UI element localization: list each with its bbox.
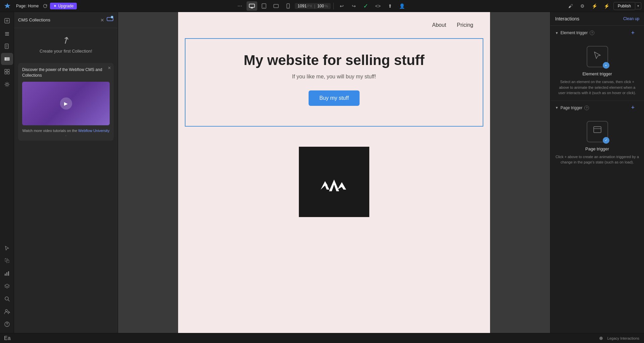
page-trigger-add-button[interactable]: + — [631, 104, 635, 111]
sidebar-icon-help[interactable] — [1, 318, 13, 330]
page-reload-icon[interactable] — [43, 4, 47, 8]
svg-rect-12 — [5, 33, 9, 34]
separator — [333, 3, 334, 9]
top-bar-right: 🖌 ⚙ ⚡ ⚡ Publish ▾ — [562, 1, 644, 11]
code-view-btn[interactable]: <> — [373, 1, 383, 11]
left-sidebar — [0, 12, 14, 333]
cms-panel-header: CMS Collections ✕ — [14, 12, 118, 28]
redo-btn[interactable]: ↪ — [348, 1, 359, 11]
cms-promo-link-suffix: . — [65, 133, 66, 137]
top-toolbar: Page: Home ✦ Upgrade ⋯ 1091 PX | 10 — [0, 0, 644, 12]
cms-promo-close-button[interactable]: ✕ — [108, 66, 111, 70]
svg-rect-24 — [5, 72, 7, 74]
sidebar-icon-select[interactable] — [1, 242, 13, 254]
bottom-bar: Ea Legacy Interactions — [0, 333, 644, 343]
cms-empty-state: ↗ Create your first Collection! — [14, 28, 118, 60]
website-preview: About Pricing My website for selling stu… — [178, 12, 490, 333]
upgrade-button[interactable]: ✦ Upgrade — [50, 3, 77, 9]
landscape-view-btn[interactable] — [271, 1, 281, 11]
clean-up-button[interactable]: Clean up — [623, 16, 639, 21]
svg-marker-47 — [342, 182, 346, 190]
mobile-view-btn[interactable] — [283, 1, 293, 11]
logo-box — [299, 147, 369, 217]
save-status-btn[interactable]: ✓ — [361, 1, 371, 11]
svg-rect-30 — [6, 272, 7, 276]
nav-link-pricing[interactable]: Pricing — [457, 22, 473, 28]
collab-btn[interactable]: 👤 — [397, 1, 408, 11]
undo-btn[interactable]: ↩ — [336, 1, 347, 11]
element-trigger-header: ▼ Element trigger ? + — [555, 30, 639, 35]
cms-promo-video[interactable]: ▶ — [22, 82, 110, 125]
upgrade-label: Upgrade — [58, 4, 73, 8]
sidebar-icon-search[interactable] — [1, 293, 13, 305]
interactions-panel: Interactions Clean up ▼ Element trigger … — [550, 12, 644, 333]
toolbar-center: ⋯ 1091 PX | 100 % ↩ ↪ ✓ <> ⬆ 👤 — [79, 1, 562, 11]
element-trigger-icon-container: + — [555, 39, 639, 71]
cms-promo-title: Discover the power of the Webflow CMS an… — [22, 67, 110, 78]
sidebar-icon-pages[interactable] — [1, 40, 13, 52]
upgrade-icon: ✦ — [53, 4, 57, 8]
page-trigger-title: Page trigger — [560, 106, 582, 110]
nav-link-about[interactable]: About — [432, 22, 446, 28]
interactions-panel-header: Interactions Clean up — [550, 12, 644, 26]
sidebar-icon-crop[interactable] — [1, 255, 13, 267]
cta-button[interactable]: Buy my stuff — [309, 90, 360, 106]
bottom-left-icon: Ea — [4, 335, 11, 341]
page-trigger-section: ▼ Page trigger ? + ✓ Page trigger Cli — [550, 101, 644, 170]
sidebar-icon-settings[interactable] — [1, 78, 13, 90]
sidebar-icon-layers[interactable] — [1, 27, 13, 40]
publish-button[interactable]: Publish — [613, 2, 635, 10]
webflow-logo — [3, 1, 12, 11]
svg-point-20 — [5, 58, 6, 59]
legacy-interactions-label: Legacy Interactions — [607, 336, 639, 340]
page-icon — [592, 125, 602, 138]
legacy-dot — [599, 337, 603, 340]
cms-arrow-icon: ↗ — [60, 33, 72, 47]
sidebar-icon-users[interactable] — [1, 305, 13, 318]
play-button[interactable]: ▶ — [60, 97, 72, 110]
sidebar-icon-add[interactable] — [1, 15, 13, 27]
page-trigger-help[interactable]: ? — [584, 106, 589, 110]
site-navigation: About Pricing — [178, 12, 490, 38]
cms-close-button[interactable]: ✕ — [100, 17, 104, 23]
page-label: Page: — [16, 4, 26, 8]
svg-point-4 — [264, 7, 264, 8]
sidebar-icon-cms[interactable] — [1, 53, 13, 65]
page-trigger-icon: ✓ — [587, 121, 608, 142]
element-trigger-title: Element trigger — [560, 30, 588, 35]
element-trigger-chevron[interactable]: ▼ — [555, 31, 558, 35]
page-trigger-chevron[interactable]: ▼ — [555, 106, 558, 110]
svg-point-34 — [5, 310, 7, 312]
settings-gear-btn[interactable]: ⚙ — [577, 1, 588, 11]
desktop-view-btn[interactable] — [247, 1, 257, 11]
cms-add-collection-button[interactable] — [106, 15, 114, 24]
width-value: 1091 — [298, 4, 307, 8]
publish-dropdown-btn[interactable]: ▾ — [635, 2, 641, 9]
tablet-view-btn[interactable] — [259, 1, 269, 11]
logo-section — [178, 127, 490, 244]
customize-btn[interactable]: ⚡ — [589, 1, 600, 11]
cms-panel-actions: ✕ — [100, 15, 114, 24]
element-trigger-name: Element trigger — [555, 71, 639, 76]
svg-marker-45 — [329, 180, 339, 191]
publish-label: Publish — [618, 4, 631, 8]
cms-panel: CMS Collections ✕ ↗ Create your first Co… — [14, 12, 118, 333]
svg-rect-25 — [7, 72, 9, 74]
element-trigger-help[interactable]: ? — [590, 30, 594, 35]
paint-brush-btn[interactable]: 🖌 — [565, 1, 576, 11]
svg-point-7 — [288, 7, 289, 8]
svg-rect-0 — [249, 4, 255, 7]
element-trigger-section: ▼ Element trigger ? + + Element trigger … — [550, 26, 644, 101]
sidebar-icon-chart[interactable] — [1, 267, 13, 279]
lightning-btn[interactable]: ⚡ — [601, 1, 612, 11]
element-trigger-icon: + — [587, 46, 608, 67]
sidebar-icon-layers2[interactable] — [1, 280, 13, 292]
page-trigger-name: Page trigger — [555, 146, 639, 151]
sidebar-icon-components[interactable] — [1, 66, 13, 78]
toolbar-more-btn[interactable]: ⋯ — [234, 1, 245, 11]
svg-rect-5 — [274, 4, 278, 8]
cms-promo-link[interactable]: Webflow University — [78, 129, 109, 133]
export-btn[interactable]: ⬆ — [385, 1, 395, 11]
element-trigger-add-button[interactable]: + — [631, 29, 635, 37]
svg-rect-48 — [594, 127, 601, 133]
